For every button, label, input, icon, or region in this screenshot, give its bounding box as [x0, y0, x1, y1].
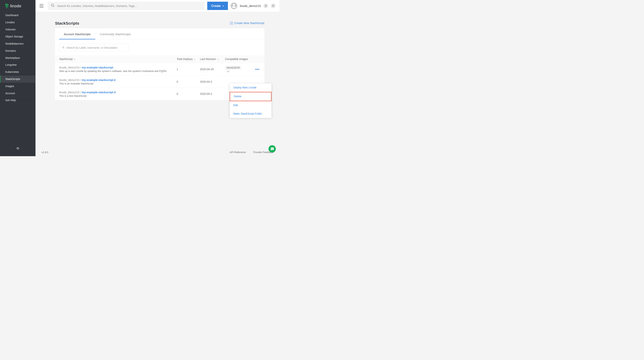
plus-icon: +: [230, 22, 233, 25]
nav: Dashboard Linodes Volumes Object Storage…: [0, 12, 36, 141]
sort-icon: ▲▼: [194, 58, 195, 60]
hamburger-icon[interactable]: [40, 4, 44, 8]
sidebar: linode Dashboard Linodes Volumes Object …: [0, 0, 36, 156]
row-label[interactable]: my-example-stackscript-2: [82, 78, 116, 82]
sidebar-item-longview[interactable]: Longview: [0, 61, 36, 68]
col-deploys[interactable]: Total Deploys▲▼: [177, 58, 200, 61]
more-actions-icon[interactable]: •••: [255, 67, 260, 71]
filter-input[interactable]: [66, 46, 125, 49]
logo-text: linode: [10, 4, 21, 8]
tab-account-stackscripts[interactable]: Account StackScripts: [59, 28, 95, 39]
sidebar-item-account[interactable]: Account: [0, 90, 36, 97]
sidebar-item-kubernetes[interactable]: Kubernetes: [0, 68, 36, 76]
row-user: linode_demo215: [59, 91, 80, 94]
page-header: StackScripts + Create New StackScript: [55, 21, 264, 26]
filter-input-wrap: [59, 44, 128, 52]
menu-deploy-new-linode[interactable]: Deploy New Linode: [230, 83, 272, 92]
sidebar-item-nodebalancers[interactable]: NodeBalancers: [0, 40, 36, 47]
version: v1.8.0: [42, 151, 222, 154]
user-area: linode_demo215 0: [230, 3, 276, 9]
bell-icon[interactable]: [271, 4, 276, 8]
search-icon: [62, 46, 64, 49]
chat-icon: [270, 147, 274, 151]
menu-edit[interactable]: Edit: [230, 101, 272, 110]
search-box: [48, 2, 204, 10]
row-desc: This is a test StackScript: [59, 94, 177, 97]
sidebar-item-linodes[interactable]: Linodes: [0, 19, 36, 26]
filter-row: [55, 39, 264, 55]
cell-script: linode_demo215 / my-example-stackscript-…: [59, 91, 177, 97]
row-label[interactable]: my-example-stackscript-3: [82, 91, 116, 94]
linode-logo-icon: [5, 3, 9, 9]
col-stackscript[interactable]: StackScript▲▼: [59, 58, 177, 61]
menu-make-public[interactable]: Make StackScript Public: [230, 110, 272, 118]
image-tag: ubuntu20.04: [225, 66, 241, 70]
topbar: Create ▾ linode_demo215 0: [36, 0, 280, 12]
row-desc: This is an example StackScript: [59, 82, 177, 85]
cell-script: linode_demo215 / my-example-stackscript …: [59, 66, 177, 73]
sidebar-item-marketplace[interactable]: Marketplace: [0, 54, 36, 61]
chevron-down-icon: ▾: [223, 5, 224, 7]
cell-deploys: 0: [177, 80, 200, 83]
table-header: StackScript▲▼ Total Deploys▲▼ Last Revis…: [55, 55, 264, 63]
row-user: linode_demo215: [59, 66, 80, 69]
logo-area: linode: [0, 0, 36, 12]
cell-revision: 2020-04-2: [200, 80, 225, 83]
row-label[interactable]: my-example-stackscript: [82, 66, 113, 69]
sidebar-bottom: [0, 141, 36, 156]
sidebar-item-images[interactable]: Images: [0, 83, 36, 90]
create-new-stackscript-link[interactable]: + Create New StackScript: [230, 22, 264, 25]
tabs: Account StackScripts Community StackScri…: [55, 28, 264, 39]
col-images: Compatible Images: [225, 58, 260, 61]
sidebar-item-object-storage[interactable]: Object Storage: [0, 33, 36, 40]
table-row: linode_demo215 / my-example-stackscript …: [55, 63, 264, 76]
cell-deploys: 1: [177, 68, 200, 71]
cell-revision: 2020-05-2: [200, 92, 225, 96]
notification-count[interactable]: 0: [264, 4, 268, 8]
logo[interactable]: linode: [5, 3, 21, 9]
image-more: +1: [225, 70, 231, 73]
create-link-label: Create New StackScript: [234, 22, 264, 25]
username[interactable]: linode_demo215: [240, 4, 261, 8]
row-user: linode_demo215: [59, 78, 80, 82]
cell-revision: 2020-04-29: [200, 68, 225, 71]
tab-community-stackscripts[interactable]: Community StackScripts: [95, 28, 135, 39]
help-fab[interactable]: [268, 145, 276, 152]
cell-actions: •••: [255, 67, 260, 71]
menu-delete[interactable]: Delete: [230, 92, 272, 101]
sidebar-item-domains[interactable]: Domains: [0, 47, 36, 54]
sidebar-item-stackscripts[interactable]: StackScripts: [0, 76, 36, 83]
page-title: StackScripts: [55, 21, 79, 26]
sort-icon: ▲▼: [218, 58, 219, 60]
search-icon: [51, 4, 54, 8]
global-search-input[interactable]: [57, 4, 201, 8]
sort-icon: ▲▼: [74, 58, 75, 60]
gear-icon[interactable]: [16, 147, 20, 151]
cell-script: linode_demo215 / my-example-stackscript-…: [59, 78, 177, 85]
sidebar-item-volumes[interactable]: Volumes: [0, 26, 36, 33]
row-desc: Sets up a new Linode by updating the sys…: [59, 70, 177, 73]
content: StackScripts + Create New StackScript Ac…: [36, 12, 280, 156]
api-reference-link[interactable]: API Reference: [230, 151, 246, 154]
cell-deploys: 0: [177, 92, 200, 96]
main: Create ▾ linode_demo215 0 StackScripts +…: [36, 0, 280, 156]
sidebar-item-get-help[interactable]: Get Help: [0, 97, 36, 104]
action-menu: Deploy New Linode Delete Edit Make Stack…: [230, 83, 272, 118]
create-button[interactable]: Create ▾: [207, 2, 228, 10]
footer: v1.8.0 API Reference Provide Feedback: [36, 148, 280, 156]
create-button-label: Create: [212, 4, 221, 8]
avatar[interactable]: [230, 3, 237, 9]
sidebar-item-dashboard[interactable]: Dashboard: [0, 12, 36, 19]
cell-images: ubuntu20.04 +1: [225, 66, 255, 73]
col-revision[interactable]: Last Revision▲▼: [200, 58, 225, 61]
